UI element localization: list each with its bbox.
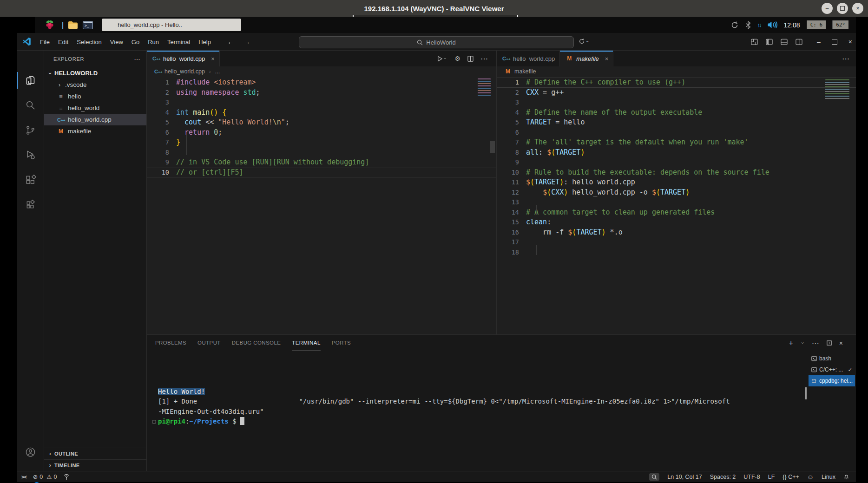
line-number[interactable]: 8	[497, 148, 526, 158]
window-maximize-icon[interactable]	[832, 39, 837, 45]
volume-tray-icon[interactable]	[767, 21, 777, 29]
line-number[interactable]: 2	[497, 88, 526, 98]
notifications-bell-icon[interactable]	[843, 474, 849, 480]
line-number[interactable]: 8	[147, 148, 176, 158]
panel-tab-debug-console[interactable]: DEBUG CONSOLE	[232, 335, 281, 351]
file-manager-icon[interactable]	[67, 20, 79, 31]
search-view-icon[interactable]	[17, 94, 44, 116]
line-number[interactable]: 7	[147, 137, 176, 148]
eol-status[interactable]: LF	[768, 474, 775, 480]
refresh-window-icon[interactable]: ›	[579, 38, 590, 45]
split-editor-icon[interactable]	[467, 56, 473, 62]
new-terminal-icon[interactable]: +	[789, 339, 793, 347]
source-control-icon[interactable]	[17, 119, 44, 141]
line-number[interactable]: 1	[147, 78, 176, 88]
menu-item-view[interactable]: View	[106, 39, 127, 46]
editor-tab-hello-world-cpp[interactable]: C++hello_world.cpp	[497, 51, 560, 66]
line-number[interactable]: 14	[497, 208, 526, 218]
terminal-list-item-c-c[interactable]: C/C++: ...✓	[809, 364, 855, 375]
line-number[interactable]: 7	[497, 137, 526, 148]
editor-scrollbar[interactable]	[490, 141, 495, 153]
panel-more-actions-icon[interactable]: ⋯	[812, 339, 819, 347]
sync-tray-icon[interactable]	[730, 21, 739, 29]
toggle-sidebar-icon[interactable]	[766, 39, 773, 46]
line-number[interactable]: 3	[497, 98, 526, 108]
terminal-app-icon[interactable]: >_	[82, 20, 93, 31]
menu-item-go[interactable]: Go	[127, 39, 144, 46]
clock[interactable]: 12:08	[784, 21, 800, 29]
file-tree-item-vscode[interactable]: ›.vscode	[44, 79, 146, 91]
vnc-restore-button[interactable]	[837, 3, 848, 14]
file-tree-item-hello[interactable]: ≡hello	[44, 91, 146, 102]
menu-item-terminal[interactable]: Terminal	[163, 39, 194, 46]
line-number[interactable]: 3	[147, 98, 176, 108]
panel-tab-output[interactable]: OUTPUT	[197, 335, 221, 351]
line-number[interactable]: 16	[497, 228, 526, 238]
vnc-close-button[interactable]: ×	[852, 3, 863, 14]
line-number[interactable]: 18	[497, 248, 526, 258]
indentation-status[interactable]: Spaces: 2	[710, 474, 736, 480]
line-number[interactable]: 9	[497, 157, 526, 168]
explorer-more-icon[interactable]: ⋯	[134, 55, 141, 63]
code-editor-cpp[interactable]: 1#include <iostream>2using namespace std…	[147, 77, 496, 177]
minimap[interactable]	[478, 78, 491, 97]
line-number[interactable]: 9	[147, 157, 176, 168]
menu-item-help[interactable]: Help	[194, 39, 215, 46]
maximize-panel-icon[interactable]	[826, 340, 832, 346]
close-tab-icon[interactable]: ×	[605, 55, 609, 62]
line-number[interactable]: 13	[497, 197, 526, 208]
nav-back-icon[interactable]: ←	[227, 38, 234, 46]
file-tree-item-hello-world-cpp[interactable]: C++hello_world.cpp	[44, 114, 146, 125]
os-status[interactable]: Linux	[822, 474, 835, 480]
account-icon[interactable]	[17, 441, 44, 463]
terminal-list-item-bash[interactable]: bash	[809, 353, 855, 364]
editor-tab-makefile[interactable]: Mmakefile×	[560, 51, 613, 66]
workspace-root[interactable]: › HELLOWORLD	[44, 67, 146, 79]
customize-layout-icon[interactable]	[751, 39, 758, 46]
line-number[interactable]: 10	[497, 168, 526, 178]
close-panel-icon[interactable]: ×	[839, 339, 843, 347]
line-number[interactable]: 4	[497, 108, 526, 118]
line-number[interactable]: 6	[147, 128, 176, 138]
command-decoration-icon[interactable]	[152, 420, 156, 424]
line-number[interactable]: 11	[497, 177, 526, 188]
editor-settings-gear-icon[interactable]: ⚙	[454, 55, 460, 62]
vscode-logo-icon[interactable]	[22, 37, 31, 46]
screen-magnifier-status-icon[interactable]	[649, 473, 659, 481]
command-center-search[interactable]: HelloWorld	[299, 36, 574, 48]
breadcrumb[interactable]: C++ hello_world.cpp › ...	[147, 66, 496, 77]
vnc-minimize-button[interactable]: –	[822, 3, 833, 14]
breadcrumb[interactable]: M makefile	[497, 66, 856, 77]
close-tab-icon[interactable]: ×	[211, 55, 215, 62]
line-number[interactable]: 5	[147, 117, 176, 128]
line-number[interactable]: 17	[497, 237, 526, 248]
line-number[interactable]: 5	[497, 117, 526, 128]
bluetooth-tray-icon[interactable]	[745, 21, 751, 29]
nav-forward-icon[interactable]: →	[243, 38, 250, 46]
line-number[interactable]: 4	[147, 108, 176, 118]
menu-item-run[interactable]: Run	[144, 39, 163, 46]
menu-item-edit[interactable]: Edit	[54, 39, 72, 46]
terminal-output[interactable]: Hello World![1] + Done "/usr/bin/gdb" --…	[158, 387, 730, 426]
remote-indicator-icon[interactable]: ><	[21, 474, 26, 480]
line-number[interactable]: 2	[147, 88, 176, 98]
explorer-view-icon[interactable]	[17, 69, 44, 91]
timeline-section[interactable]: › TIMELINE	[44, 459, 146, 471]
editor-more-actions-icon[interactable]: ⋯	[842, 54, 849, 63]
toggle-panel-icon[interactable]	[781, 39, 788, 46]
run-debug-icon[interactable]	[17, 144, 44, 166]
minimap[interactable]	[825, 79, 849, 100]
makefile-tools-icon[interactable]	[17, 193, 44, 215]
code-editor-makefile[interactable]: 1# Define the C++ compiler to use (g++)2…	[497, 77, 856, 257]
file-tree-item-hello-world[interactable]: ≡hello_world	[44, 102, 146, 114]
window-close-icon[interactable]: ×	[848, 38, 852, 46]
line-number[interactable]: 15	[497, 217, 526, 228]
run-cpp-file-icon[interactable]: ›	[437, 56, 447, 62]
extensions-view-icon[interactable]	[17, 169, 44, 191]
feedback-smiley-icon[interactable]: ☺	[807, 473, 814, 481]
panel-tab-terminal[interactable]: TERMINAL	[292, 335, 320, 351]
encoding-status[interactable]: UTF-8	[743, 474, 760, 480]
toggle-secondary-sidebar-icon[interactable]	[796, 39, 802, 46]
temperature-badge[interactable]: 62°	[832, 20, 848, 29]
cpu-badge[interactable]: C: 6	[807, 20, 826, 29]
